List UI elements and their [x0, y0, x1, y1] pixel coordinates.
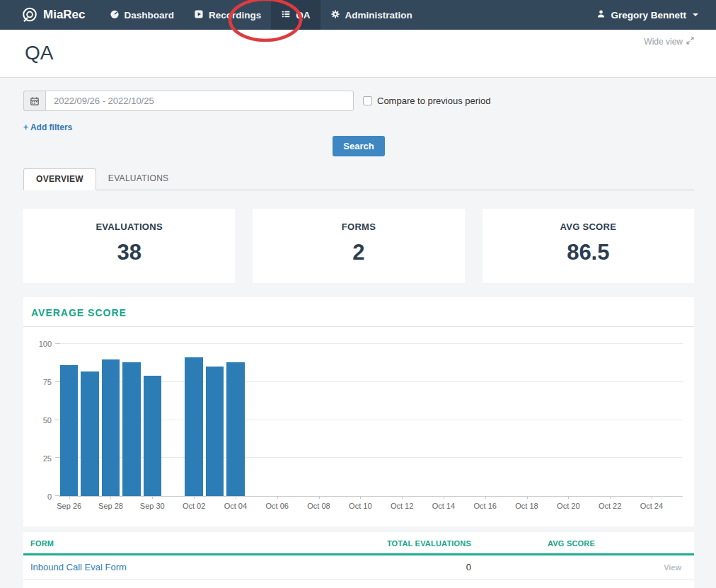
y-tick [55, 495, 60, 496]
x-tick [610, 496, 611, 499]
x-tick [110, 496, 111, 499]
y-tick [55, 457, 60, 458]
main-nav: Dashboard Recordings QA [100, 0, 422, 30]
y-tick-label: 75 [43, 378, 52, 386]
brand-name: MiaRec [43, 8, 86, 22]
avg-score-cell: 86.5 [471, 580, 595, 588]
chart-bar [226, 362, 244, 496]
chart-bar [81, 371, 98, 496]
x-tick-label: Oct 24 [640, 502, 663, 510]
col-header-actions [595, 532, 694, 555]
nav-item-recordings[interactable]: Recordings [184, 0, 271, 30]
x-tick-label: Oct 08 [307, 502, 330, 510]
x-tick-label: Oct 04 [224, 502, 247, 510]
col-header-form: FORM [23, 532, 344, 555]
stat-cards: EVALUATIONS 38 FORMS 2 AVG SCORE 86.5 [23, 209, 694, 283]
tab-overview[interactable]: OVERVIEW [23, 168, 96, 190]
y-tick [55, 381, 60, 382]
x-tick [527, 496, 528, 499]
form-link[interactable]: Inbound Call Eval Form [30, 562, 127, 572]
calendar-icon[interactable] [23, 91, 45, 111]
avg-score-cell [471, 555, 595, 580]
forms-table-panel: FORM TOTAL EVALUATIONS AVG SCORE Inbound… [23, 532, 694, 588]
x-tick-label: Sep 30 [140, 502, 165, 510]
filter-row: Compare to previous period [23, 91, 694, 111]
stat-card-forms: FORMS 2 [253, 209, 464, 283]
x-tick [319, 496, 320, 499]
nav-item-administration[interactable]: Administration [321, 0, 422, 30]
search-row: Search [23, 136, 694, 156]
x-tick-label: Oct 06 [265, 502, 288, 510]
tab-bar: OVERVIEW EVALUATIONS [23, 168, 694, 190]
gear-icon [330, 9, 340, 21]
chart-bar [122, 362, 140, 496]
x-tick-label: Oct 12 [391, 502, 413, 510]
page-header: QA Wide view [0, 30, 716, 78]
user-icon [596, 9, 606, 21]
y-tick [55, 343, 60, 344]
recordings-icon [194, 9, 204, 21]
page-title: QA [25, 30, 694, 64]
user-name: Gregory Bennett [611, 10, 686, 21]
total-evaluations-cell: 38 [344, 580, 471, 588]
table-row: Inbound Call Eval Form 0 View [23, 555, 694, 580]
chart-bar [185, 357, 202, 496]
x-tick [236, 496, 236, 499]
gridline [59, 343, 683, 344]
chart-title: AVERAGE SCORE [31, 307, 127, 318]
x-tick [444, 496, 444, 499]
x-tick-label: Oct 20 [557, 502, 579, 510]
dashboard-icon [110, 9, 120, 21]
bar-chart-plot: Sep 26Sep 28Sep 30Oct 02Oct 04Oct 06Oct … [59, 344, 683, 497]
stat-card-evaluations: EVALUATIONS 38 [23, 209, 235, 283]
x-tick-label: Oct 18 [515, 502, 538, 510]
user-menu[interactable]: Gregory Bennett [596, 0, 698, 30]
stat-card-avg-score: AVG SCORE 86.5 [483, 209, 694, 283]
x-tick [402, 496, 403, 499]
nav-item-dashboard[interactable]: Dashboard [100, 0, 185, 30]
x-tick [69, 496, 70, 499]
date-range-group [23, 91, 354, 111]
brand-logo[interactable]: MiaRec [21, 0, 86, 30]
x-tick [485, 496, 486, 499]
forms-table: FORM TOTAL EVALUATIONS AVG SCORE Inbound… [23, 532, 694, 588]
compare-option: Compare to previous period [363, 96, 490, 106]
x-tick [152, 496, 153, 499]
content-area: Compare to previous period + Add filters… [0, 78, 716, 588]
add-filters-link[interactable]: + Add filters [23, 122, 72, 132]
x-tick [652, 496, 652, 499]
miarec-logo-icon [21, 6, 38, 23]
col-header-avg-score: AVG SCORE [471, 532, 595, 555]
x-tick [360, 496, 361, 499]
date-range-input[interactable] [45, 91, 354, 111]
y-tick-label: 0 [47, 492, 52, 501]
view-link[interactable]: View [664, 563, 681, 572]
expand-arrows-icon [686, 37, 694, 47]
x-tick [194, 496, 195, 499]
average-score-panel: AVERAGE SCORE 0255075100 Sep 26Sep 28Sep… [23, 297, 694, 526]
chart-bar [144, 376, 161, 496]
nav-item-qa[interactable]: QA [271, 0, 320, 30]
x-tick-label: Sep 28 [98, 502, 123, 510]
top-navbar: MiaRec Dashboard Recordings QA [0, 0, 716, 30]
x-tick-label: Oct 22 [599, 502, 621, 510]
compare-checkbox[interactable] [363, 96, 372, 105]
qa-list-icon [281, 9, 291, 21]
compare-label: Compare to previous period [377, 96, 490, 106]
x-tick-label: Oct 16 [473, 502, 496, 510]
y-tick [55, 420, 60, 420]
chart-bar [60, 365, 78, 496]
bar-chart: 0255075100 Sep 26Sep 28Sep 30Oct 02Oct 0… [23, 327, 694, 526]
panel-header: AVERAGE SCORE [23, 297, 694, 327]
y-tick-label: 25 [43, 454, 52, 463]
chart-y-axis: 0255075100 [30, 344, 59, 497]
x-tick-label: Oct 14 [432, 502, 455, 510]
wide-view-toggle[interactable]: Wide view [644, 37, 694, 47]
y-tick-label: 50 [43, 416, 52, 425]
x-tick-label: Oct 02 [183, 502, 205, 510]
total-evaluations-cell: 0 [344, 555, 471, 580]
search-button[interactable]: Search [333, 136, 384, 156]
chevron-down-icon [693, 13, 698, 16]
x-tick [277, 496, 278, 499]
tab-evaluations[interactable]: EVALUATIONS [96, 168, 181, 190]
